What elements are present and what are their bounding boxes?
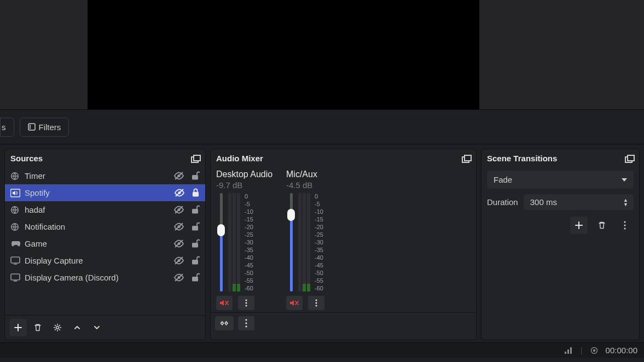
svg-rect-21 — [11, 257, 20, 263]
move-source-down-button[interactable] — [88, 319, 106, 336]
audio-mixer-panel: Audio Mixer Desktop Audio-9.7 dB0-5-10-1… — [210, 149, 477, 340]
svg-rect-46 — [565, 352, 566, 354]
speaker-mute-icon — [289, 299, 299, 307]
svg-point-42 — [245, 325, 247, 327]
vu-meter — [298, 193, 310, 291]
signal-icon[interactable] — [564, 347, 573, 354]
source-item[interactable]: Game — [5, 235, 205, 252]
mixer-settings-button[interactable] — [215, 316, 234, 330]
lock-toggle[interactable] — [191, 239, 200, 248]
visibility-toggle[interactable] — [173, 239, 184, 248]
lock-toggle[interactable] — [191, 222, 200, 231]
source-label: Game — [25, 239, 170, 248]
svg-rect-20 — [192, 243, 198, 248]
mute-button[interactable] — [286, 296, 303, 310]
status-bar: | 00:00:00 — [0, 342, 644, 358]
record-icon[interactable] — [590, 347, 598, 354]
source-item[interactable]: hadaf — [5, 201, 205, 218]
audio-mixer-title: Audio Mixer — [216, 154, 263, 163]
gear-icon — [53, 323, 62, 332]
svg-point-33 — [246, 302, 247, 304]
channel-menu-button[interactable] — [308, 296, 324, 310]
audio-channel: Mic/Aux-4.5 dB0-5-10-15-20-25-30-35-40-4… — [286, 170, 350, 310]
svg-rect-26 — [11, 274, 20, 280]
display-icon — [10, 256, 21, 265]
duration-row: Duration 300 ms ▲▼ — [487, 194, 634, 210]
transitions-title: Scene Transitions — [487, 154, 557, 163]
add-source-button[interactable] — [9, 319, 27, 336]
source-item[interactable]: Timer — [5, 167, 205, 184]
channel-menu-button[interactable] — [238, 296, 254, 310]
duration-value: 300 ms — [530, 197, 557, 207]
filters-icon — [28, 123, 36, 131]
spinner-arrows[interactable]: ▲▼ — [623, 198, 628, 207]
svg-point-40 — [245, 319, 247, 320]
visibility-toggle[interactable] — [173, 171, 184, 180]
svg-point-35 — [316, 300, 317, 301]
add-transition-button[interactable] — [570, 217, 588, 234]
preview-canvas[interactable] — [88, 0, 479, 109]
source-label: Timer — [25, 171, 170, 180]
transitions-body: Fade Duration 300 ms ▲▼ — [481, 167, 639, 237]
properties-button-partial[interactable]: s — [0, 118, 14, 137]
dots-vertical-icon — [315, 299, 317, 307]
svg-point-34 — [246, 305, 247, 307]
globe-icon — [10, 206, 21, 214]
mixer-toolbar — [211, 312, 476, 334]
volume-slider[interactable] — [286, 193, 296, 291]
source-item[interactable]: Display Capture — [5, 252, 205, 269]
speaker-mute-icon — [219, 299, 229, 307]
transition-select[interactable]: Fade — [487, 171, 634, 189]
svg-point-45 — [624, 227, 625, 229]
duration-input[interactable]: 300 ms ▲▼ — [524, 194, 634, 210]
lock-toggle[interactable] — [191, 171, 200, 180]
transition-menu-button[interactable] — [616, 217, 634, 234]
plus-icon — [575, 221, 583, 230]
source-item[interactable]: Spotify — [5, 184, 205, 201]
channel-db: -4.5 dB — [286, 180, 350, 190]
visibility-toggle[interactable] — [173, 256, 184, 265]
source-item[interactable]: Display Camera (Discord) — [5, 269, 205, 286]
source-properties-button[interactable] — [49, 319, 66, 336]
remove-source-button[interactable] — [29, 319, 47, 336]
dock-panels-row: Sources TimerSpotifyhadafNotificationGam… — [0, 144, 644, 342]
transition-selected-label: Fade — [494, 175, 512, 184]
svg-rect-47 — [567, 349, 569, 354]
triangle-down-icon — [622, 178, 627, 182]
lock-toggle[interactable] — [191, 205, 200, 214]
db-scale: 0-5-10-15-20-25-30-35-40-45-50-55-60 — [312, 193, 323, 291]
svg-rect-30 — [192, 277, 198, 282]
dots-vertical-icon — [245, 299, 247, 307]
sources-panel-header: Sources — [5, 149, 205, 167]
source-item[interactable]: Notification — [5, 218, 205, 235]
filters-button[interactable]: Filters — [20, 118, 69, 137]
transitions-toolbar — [487, 217, 634, 234]
svg-point-32 — [246, 300, 247, 301]
visibility-toggle[interactable] — [173, 205, 184, 214]
gamepad-icon — [10, 240, 21, 248]
lock-toggle[interactable] — [192, 188, 200, 197]
lock-toggle[interactable] — [191, 273, 200, 282]
visibility-toggle[interactable] — [174, 188, 185, 197]
svg-point-50 — [593, 349, 595, 351]
dock-icon[interactable] — [625, 155, 634, 162]
volume-slider[interactable] — [216, 193, 226, 291]
source-label: Spotify — [25, 188, 171, 197]
status-divider: | — [581, 346, 583, 355]
remove-transition-button[interactable] — [593, 217, 611, 234]
properties-toolbar: s Filters — [0, 109, 644, 144]
visibility-toggle[interactable] — [173, 273, 184, 282]
visibility-toggle[interactable] — [173, 222, 184, 231]
mute-button[interactable] — [216, 296, 233, 310]
dock-icon[interactable] — [191, 155, 200, 162]
svg-point-38 — [221, 322, 223, 324]
mixer-menu-button[interactable] — [238, 316, 254, 330]
svg-point-37 — [316, 305, 317, 307]
move-source-up-button[interactable] — [68, 319, 86, 336]
gears-icon — [219, 319, 229, 327]
lock-toggle[interactable] — [191, 256, 200, 265]
source-label: hadaf — [25, 205, 170, 214]
chevron-down-icon — [93, 324, 101, 331]
dock-icon[interactable] — [462, 155, 471, 162]
channel-db: -9.7 dB — [216, 180, 280, 190]
